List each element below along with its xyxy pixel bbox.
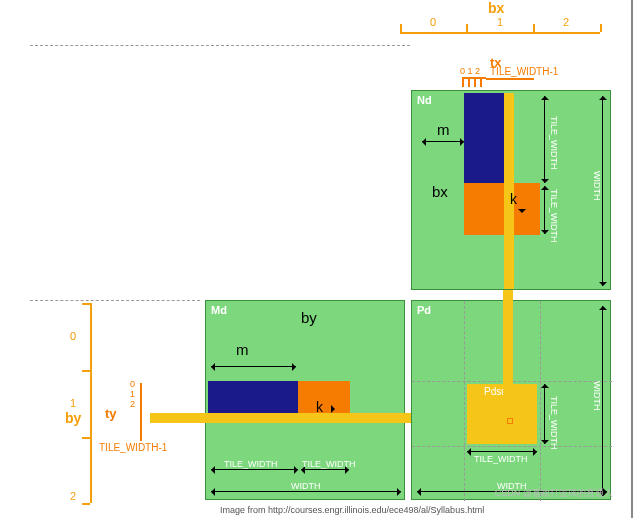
m-arrow xyxy=(422,141,464,142)
bx-tick-1: 1 xyxy=(497,16,503,28)
by-axis-label: by xyxy=(65,410,81,426)
m-arrow xyxy=(211,366,296,367)
md-by: by xyxy=(301,309,317,326)
tw-arrow-h xyxy=(467,451,537,452)
k-arrow-icon xyxy=(518,209,526,217)
bx-tick xyxy=(533,24,535,32)
tx-small-ticks: 0 1 2 xyxy=(460,66,480,76)
pd-tw-h: TILE_WIDTH xyxy=(474,454,528,464)
nd-bx: bx xyxy=(432,183,448,200)
ty-tick-1: 1 xyxy=(130,389,135,399)
pd-cell-icon xyxy=(507,418,513,424)
ty-end-label: TILE_WIDTH-1 xyxy=(99,442,167,453)
by-tick-0: 0 xyxy=(70,330,76,342)
tw1-arrow xyxy=(211,469,298,470)
bx-tick-2: 2 xyxy=(563,16,569,28)
by-tick xyxy=(82,303,90,305)
md-width: WIDTH xyxy=(291,481,321,491)
image-credit: Image from http://courses.engr.illinois.… xyxy=(220,505,484,515)
nd-tw1: TILE_WIDTH xyxy=(549,116,559,170)
bx-tick xyxy=(466,24,468,32)
ty-axis-label: ty xyxy=(105,406,117,421)
nd-width: WIDTH xyxy=(592,171,602,201)
pd-tw-v: TILE_WIDTH xyxy=(549,396,559,450)
watermark: CSDN @喜欢打篮球的普通人 xyxy=(495,487,613,500)
md-m: m xyxy=(236,341,249,358)
tx-ticks xyxy=(462,77,486,87)
width-arrow-v xyxy=(602,306,603,496)
ty-line xyxy=(140,383,142,441)
bx-axis-line xyxy=(400,32,600,34)
md-panel: Md by m k TILE_WIDTH TILE_WIDTH WIDTH xyxy=(205,300,405,500)
tw1-arrow xyxy=(544,96,545,183)
width-arrow xyxy=(211,491,401,492)
ty-tick-0: 0 xyxy=(130,379,135,389)
by-tick xyxy=(82,370,90,372)
by-axis-line xyxy=(90,303,92,503)
tw2-arrow xyxy=(544,186,545,234)
bx-axis-label: bx xyxy=(488,0,504,16)
nd-tw2: TILE_WIDTH xyxy=(549,189,559,243)
bx-tick-0: 0 xyxy=(430,16,436,28)
pd-label: Pd xyxy=(417,304,431,316)
guide-line xyxy=(30,45,410,46)
by-tick xyxy=(82,437,90,439)
ty-tick-2: 2 xyxy=(130,399,135,409)
md-tw1: TILE_WIDTH xyxy=(224,459,278,469)
tw-arrow-v xyxy=(544,384,545,444)
nd-label: Nd xyxy=(417,94,432,106)
col-connector xyxy=(503,290,513,418)
guide-line xyxy=(30,300,200,301)
nd-k: k xyxy=(510,191,517,207)
by-tick-2: 2 xyxy=(70,490,76,502)
md-tw2: TILE_WIDTH xyxy=(302,459,356,469)
tx-line xyxy=(486,78,534,80)
bx-tick xyxy=(600,24,602,32)
pd-width-v: WIDTH xyxy=(592,381,602,411)
tw2-arrow xyxy=(301,469,349,470)
by-tick xyxy=(82,503,90,505)
nd-panel: Nd m bx k TILE_WIDTH TILE_WIDTH WIDTH xyxy=(411,90,611,290)
k-arrow-icon xyxy=(331,405,339,413)
width-arrow xyxy=(602,96,603,286)
guide xyxy=(464,301,465,501)
nd-m: m xyxy=(437,121,450,138)
guide xyxy=(412,446,612,447)
nd-tile-orange xyxy=(464,183,540,235)
tx-end-label: TILE_WIDTH-1 xyxy=(490,66,558,77)
guide xyxy=(540,301,541,501)
by-tick-1: 1 xyxy=(70,397,76,409)
nd-tile-blue xyxy=(464,93,504,183)
bx-tick xyxy=(400,24,402,32)
md-label: Md xyxy=(211,304,227,316)
